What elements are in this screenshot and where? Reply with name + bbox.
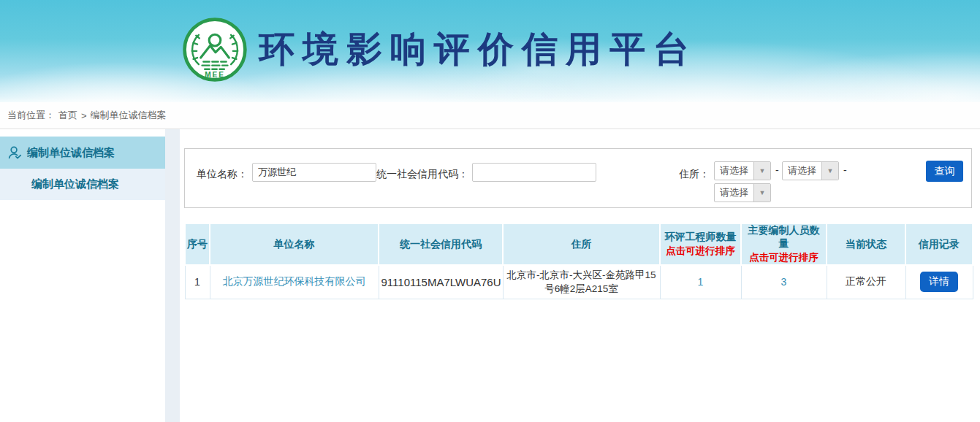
app-header: MEE 环境影响评价信用平台 (0, 0, 980, 102)
person-check-icon (7, 145, 23, 161)
main-content: 单位名称： 统一社会信用代码： 住所： 请选择 ▼ - 请选择 ▼ - 请选择 … (180, 129, 980, 422)
address-district-select[interactable]: 请选择 ▼ (714, 183, 771, 202)
sidebar-divider (165, 129, 180, 422)
province-select-value: 请选择 (715, 162, 753, 180)
site-title: 环境影响评价信用平台 (259, 26, 697, 74)
sidebar: 编制单位诚信档案 编制单位诚信档案 (0, 129, 165, 422)
sort-hint: 点击可进行排序 (662, 245, 739, 258)
address-label: 住所： (679, 168, 710, 181)
col-label: 主要编制人员数量 (748, 224, 820, 249)
col-header-index: 序号 (185, 223, 210, 265)
mee-logo: MEE (181, 16, 248, 83)
breadcrumb-label: 当前位置： (7, 109, 55, 122)
breadcrumb-home-link[interactable]: 首页 (58, 109, 77, 122)
col-header-staff-count[interactable]: 主要编制人员数量 点击可进行排序 (741, 223, 827, 265)
col-header-address: 住所 (503, 223, 660, 265)
col-header-unit-name: 单位名称 (210, 223, 379, 265)
detail-button[interactable]: 详情 (920, 272, 958, 292)
table-header-row: 序号 单位名称 统一社会信用代码 住所 环评工程师数量 点击可进行排序 主要编制… (185, 223, 973, 265)
address-dash: - (843, 164, 847, 176)
chevron-down-icon: ▼ (753, 184, 770, 202)
address-province-select[interactable]: 请选择 ▼ (714, 161, 771, 180)
results-table: 序号 单位名称 统一社会信用代码 住所 环评工程师数量 点击可进行排序 主要编制… (184, 223, 973, 299)
cell-index: 1 (185, 265, 210, 299)
unit-name-link[interactable]: 北京万源世纪环保科技有限公司 (210, 265, 379, 299)
credit-code-label: 统一社会信用代码： (372, 168, 468, 181)
col-header-credit-code: 统一社会信用代码 (379, 223, 503, 265)
table-row: 1 北京万源世纪环保科技有限公司 91110115MA7LWUA76U 北京市-… (185, 265, 973, 299)
col-header-engineer-count[interactable]: 环评工程师数量 点击可进行排序 (660, 223, 741, 265)
sort-hint: 点击可进行排序 (743, 251, 824, 264)
col-header-status: 当前状态 (827, 223, 905, 265)
cell-status: 正常公开 (827, 265, 905, 299)
cell-address: 北京市-北京市-大兴区-金苑路甲15号6幢2层A215室 (503, 265, 660, 299)
sidebar-subitem-unit-credit-archive[interactable]: 编制单位诚信档案 (0, 169, 165, 200)
cell-credit-code: 91110115MA7LWUA76U (379, 265, 503, 299)
breadcrumb: 当前位置： 首页 > 编制单位诚信档案 (0, 102, 980, 129)
address-city-select[interactable]: 请选择 ▼ (782, 161, 839, 180)
sidebar-item-label: 编制单位诚信档案 (27, 146, 115, 160)
col-header-credit-record: 信用记录 (905, 223, 973, 265)
query-button[interactable]: 查询 (926, 161, 963, 182)
col-label: 环评工程师数量 (665, 231, 737, 242)
district-select-value: 请选择 (715, 184, 753, 202)
unit-name-input[interactable] (252, 163, 376, 182)
unit-name-label: 单位名称： (185, 168, 248, 181)
breadcrumb-current: 编制单位诚信档案 (91, 109, 167, 122)
address-dash: - (775, 164, 779, 176)
mee-logo-text: MEE (205, 71, 224, 79)
staff-count-link[interactable]: 3 (781, 276, 787, 288)
chevron-down-icon: ▼ (821, 162, 838, 180)
search-form: 单位名称： 统一社会信用代码： 住所： 请选择 ▼ - 请选择 ▼ - 请选择 … (184, 148, 972, 208)
sidebar-item-unit-credit-archive[interactable]: 编制单位诚信档案 (0, 137, 165, 169)
credit-code-input[interactable] (472, 163, 596, 182)
engineer-count-link[interactable]: 1 (698, 276, 704, 288)
sidebar-subitem-label: 编制单位诚信档案 (31, 177, 119, 191)
breadcrumb-separator: > (81, 110, 87, 121)
chevron-down-icon: ▼ (753, 162, 770, 180)
city-select-value: 请选择 (783, 162, 821, 180)
